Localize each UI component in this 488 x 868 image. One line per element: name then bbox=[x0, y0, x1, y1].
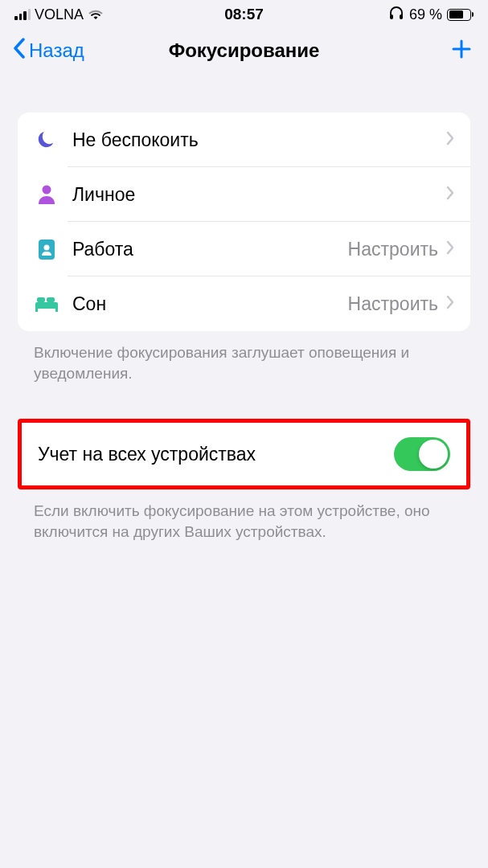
chevron-right-icon bbox=[446, 131, 454, 149]
switch-label: Учет на всех устройствах bbox=[38, 444, 256, 465]
battery-icon bbox=[447, 9, 474, 21]
focus-mode-do-not-disturb[interactable]: Не беспокоить bbox=[18, 113, 470, 167]
cellular-signal-icon bbox=[14, 9, 31, 20]
chevron-right-icon bbox=[446, 240, 454, 258]
content-area: Не беспокоить Личное bbox=[0, 113, 488, 554]
person-icon bbox=[34, 184, 59, 205]
status-bar: VOLNA 08:57 69 % bbox=[0, 0, 488, 26]
status-left: VOLNA bbox=[14, 6, 104, 23]
item-label: Не беспокоить bbox=[72, 129, 446, 151]
chevron-right-icon bbox=[446, 295, 454, 313]
item-detail: Настроить bbox=[348, 239, 438, 260]
svg-rect-7 bbox=[55, 307, 58, 312]
status-right: 69 % bbox=[388, 6, 474, 24]
svg-rect-6 bbox=[35, 307, 38, 312]
focus-footer-text: Включение фокусирования заглушает оповещ… bbox=[18, 331, 470, 395]
toggle-knob bbox=[419, 440, 448, 469]
focus-mode-work[interactable]: Работа Настроить bbox=[18, 222, 470, 276]
wifi-icon bbox=[88, 9, 104, 20]
item-label: Личное bbox=[72, 184, 446, 206]
status-time: 08:57 bbox=[224, 6, 264, 23]
carrier-label: VOLNA bbox=[35, 6, 84, 23]
page-title: Фокусирование bbox=[169, 39, 320, 62]
share-footer-text: Если включить фокусирование на этом устр… bbox=[18, 489, 470, 553]
focus-modes-list: Не беспокоить Личное bbox=[18, 113, 470, 331]
plus-icon bbox=[451, 48, 472, 62]
moon-icon bbox=[34, 129, 59, 150]
navigation-bar: Назад Фокусирование bbox=[0, 26, 488, 79]
svg-rect-0 bbox=[390, 14, 393, 19]
badge-icon bbox=[34, 238, 59, 260]
svg-point-4 bbox=[44, 245, 50, 251]
svg-rect-1 bbox=[400, 14, 403, 19]
share-across-devices-row[interactable]: Учет на всех устройствах bbox=[22, 423, 466, 485]
svg-rect-9 bbox=[47, 297, 55, 302]
share-toggle[interactable] bbox=[394, 437, 450, 471]
back-label: Назад bbox=[29, 39, 84, 62]
headphones-icon bbox=[388, 6, 404, 24]
chevron-left-icon bbox=[13, 38, 26, 63]
highlighted-section: Учет на всех устройствах bbox=[18, 419, 470, 489]
back-button[interactable]: Назад bbox=[13, 38, 84, 63]
add-button[interactable] bbox=[448, 35, 475, 66]
focus-mode-personal[interactable]: Личное bbox=[18, 167, 470, 222]
battery-percent-label: 69 % bbox=[409, 6, 442, 23]
svg-rect-5 bbox=[35, 302, 58, 309]
svg-rect-8 bbox=[37, 297, 45, 302]
item-label: Работа bbox=[72, 239, 348, 260]
bed-icon bbox=[34, 295, 59, 313]
item-detail: Настроить bbox=[348, 293, 438, 315]
svg-point-2 bbox=[43, 186, 51, 194]
chevron-right-icon bbox=[446, 186, 454, 203]
focus-mode-sleep[interactable]: Сон Настроить bbox=[18, 276, 470, 331]
item-label: Сон bbox=[72, 293, 348, 315]
